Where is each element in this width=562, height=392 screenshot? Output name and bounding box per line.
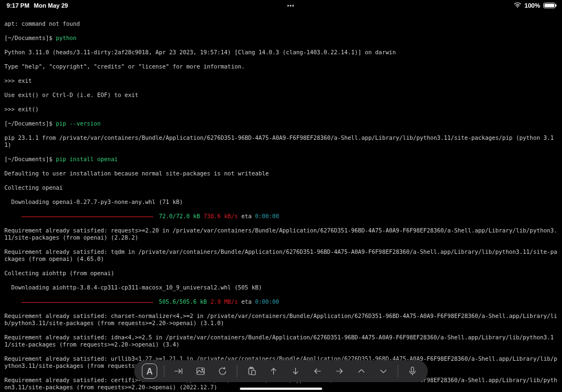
chevron-down-button[interactable] [376,363,391,379]
microphone-button[interactable] [405,363,420,379]
toolbar-separator [164,365,165,377]
arrow-left-button[interactable] [310,363,325,379]
term-line: Downloading openai-0.27.7-py3-none-any.w… [4,198,560,206]
autocomplete-button[interactable]: A [142,363,158,379]
toolbar-separator [237,365,238,377]
status-center-dots[interactable]: ••• [287,2,295,9]
term-line: Requirement already satisfied: idna<4,>=… [4,334,560,348]
term-line: Type "help", "copyright", "credits" or "… [4,63,560,70]
chevron-up-button[interactable] [354,363,369,379]
term-line: >>> exit() [4,106,560,113]
status-time: 9:17 PM [7,2,30,9]
battery-icon [543,3,555,8]
term-line: Requirement already satisfied: requests>… [4,227,560,241]
term-line: Downloading aiohttp-3.8.4-cp311-cp311-ma… [4,284,560,291]
term-line: Requirement already satisfied: tqdm in /… [4,248,560,263]
svg-rect-5 [411,367,414,372]
svg-rect-4 [252,371,256,375]
home-indicator[interactable] [240,388,322,390]
term-line: Requirement already satisfied: charset-n… [4,313,560,327]
term-line: Collecting aiohttp (from openai) [4,270,560,277]
paste-button[interactable] [244,363,260,379]
refresh-button[interactable] [215,363,231,379]
term-line: pip 23.1.1 from /private/var/containers/… [4,134,560,149]
term-line: Use exit() or Ctrl-D (i.e. EOF) to exit [4,92,560,99]
term-line: [~/Documents]$ pip install openai [4,156,560,163]
image-button[interactable] [193,363,209,379]
term-line: apt: command not found [4,20,560,27]
wifi-icon [514,2,521,10]
status-bar: 9:17 PM Mon May 29 ••• 100% [0,0,562,11]
svg-point-1 [201,369,203,370]
tab-key-button[interactable] [171,363,187,379]
term-line: [~/Documents]$ python [4,35,560,42]
arrow-down-button[interactable] [288,363,304,379]
term-line: [~/Documents]$ pip --version [4,120,560,127]
toolbar-separator [398,365,398,377]
arrow-right-button[interactable] [332,363,347,379]
keyboard-toolbar: A [134,360,428,382]
term-line: Python 3.11.0 (heads/3.11-dirty:2af28c90… [4,49,560,56]
terminal-output[interactable]: apt: command not found [~/Documents]$ py… [4,13,560,392]
status-date: Mon May 29 [34,2,68,9]
term-line: >>> exit [4,77,560,84]
arrow-up-button[interactable] [266,363,282,379]
progress-line: 72.0/72.0 kB 738.6 kB/s eta 0:00:00 [4,213,560,220]
term-line: Collecting openai [4,184,560,191]
battery-percent: 100% [525,2,540,9]
progress-line: 505.6/505.6 kB 2.9 MB/s eta 0:00:00 [4,298,560,305]
term-line: Defaulting to user installation because … [4,170,560,177]
